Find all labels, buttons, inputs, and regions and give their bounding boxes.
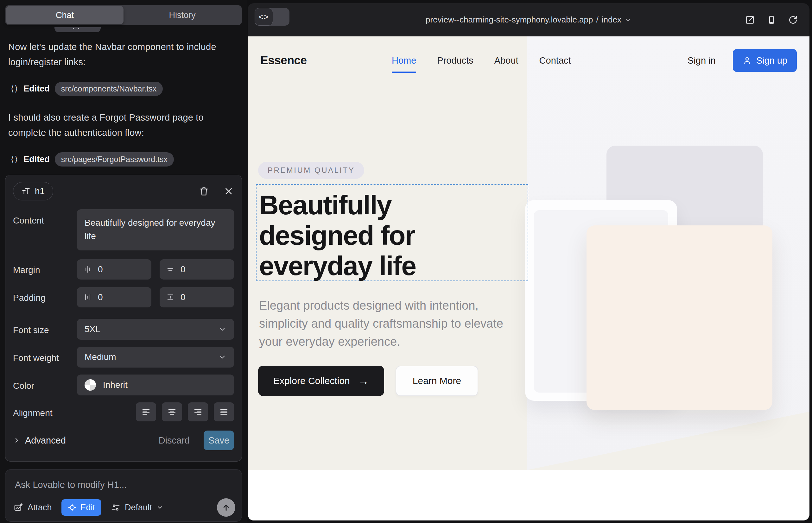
discard-button[interactable]: Discard — [159, 435, 190, 446]
edit-mode-button[interactable]: Edit — [61, 499, 102, 516]
nav-link-about[interactable]: About — [494, 55, 518, 66]
content-label: Content — [13, 216, 44, 226]
color-label: Color — [13, 381, 34, 391]
content-input[interactable]: Beautifully designed for everyday life — [77, 209, 234, 250]
hero-heading[interactable]: Beautifully designed for everyday life — [259, 190, 493, 281]
edited-file-row: ⟨⟩ Edited src/components/Navbar.tsx — [11, 82, 239, 96]
url-page: index — [602, 15, 621, 25]
file-chip[interactable]: src/components/Navbar.tsx — [55, 82, 163, 96]
padding-label: Padding — [13, 293, 46, 303]
explore-collection-button[interactable]: Explore Collection → — [258, 366, 384, 396]
element-editor-panel: h1 Content Beautif — [5, 175, 242, 462]
url-separator: / — [596, 15, 599, 25]
file-chip[interactable]: src/pages/ForgotPassword.tsx — [55, 152, 174, 166]
url-host: preview--charming-site-symphony.lovable.… — [426, 15, 593, 25]
code-toggle-icon: <> — [254, 8, 273, 26]
align-right-icon — [193, 407, 203, 417]
close-icon — [223, 186, 234, 197]
smartphone-icon — [766, 15, 777, 25]
decor-card-cream — [586, 226, 772, 410]
align-right-button[interactable] — [188, 402, 208, 421]
trash-icon — [198, 186, 209, 197]
padding-y-icon — [166, 293, 175, 302]
align-center-button[interactable] — [162, 402, 182, 421]
font-size-select[interactable]: 5XL — [77, 319, 234, 340]
element-tag-label: h1 — [35, 186, 45, 196]
chat-sidebar: Chat History Now let's update the Navbar… — [0, 0, 247, 523]
site-logo[interactable]: Essence — [260, 54, 307, 67]
sliders-icon — [111, 503, 120, 512]
nav-link-products[interactable]: Products — [437, 55, 473, 66]
alignment-label: Alignment — [13, 408, 53, 418]
refresh-icon — [788, 15, 798, 25]
composer-placeholder[interactable]: Ask Lovable to modify H1... — [15, 480, 127, 490]
align-justify-button[interactable] — [214, 402, 234, 421]
chat-composer[interactable]: Ask Lovable to modify H1... Attach Edit — [5, 469, 242, 522]
margin-x-icon — [83, 265, 92, 274]
refresh-button[interactable] — [788, 15, 798, 25]
arrow-right-icon: → — [358, 375, 369, 387]
url-bar[interactable]: preview--charming-site-symphony.lovable.… — [426, 15, 632, 25]
section-below-hero — [248, 470, 810, 521]
assistant-message: I should also create a Forgot Password p… — [8, 110, 239, 140]
nav-link-contact[interactable]: Contact — [539, 55, 571, 66]
edited-label: Edited — [23, 155, 50, 164]
preview-window: <> preview--charming-site-symphony.lovab… — [248, 3, 810, 521]
user-icon — [742, 56, 752, 65]
open-external-button[interactable] — [745, 15, 755, 25]
advanced-toggle[interactable]: Advanced — [13, 435, 66, 446]
margin-y-input[interactable]: 0 — [160, 259, 234, 279]
hero-paragraph: Elegant products designed with intention… — [259, 296, 519, 351]
sign-in-link[interactable]: Sign in — [688, 55, 716, 66]
lovable-app: Chat History Now let's update the Navbar… — [0, 0, 812, 523]
font-size-label: Font size — [13, 325, 49, 335]
chat-history-tabs: Chat History — [5, 5, 242, 25]
preview-pane: <> preview--charming-site-symphony.lovab… — [247, 0, 812, 523]
font-weight-select[interactable]: Medium — [77, 347, 234, 367]
code-view-toggle[interactable]: <> — [254, 8, 289, 26]
mobile-view-button[interactable] — [766, 15, 777, 25]
editor-panel-header: h1 — [13, 181, 234, 201]
image-plus-icon — [14, 503, 23, 512]
align-justify-icon — [219, 407, 229, 417]
code-icon: ⟨⟩ — [11, 155, 18, 164]
padding-x-icon — [83, 293, 92, 302]
send-button[interactable] — [217, 498, 235, 517]
element-tag-pill[interactable]: h1 — [13, 182, 53, 200]
tab-chat[interactable]: Chat — [6, 6, 124, 24]
site-navbar: Essence Home Products About Contact Sign… — [248, 36, 810, 85]
site-preview: Essence Home Products About Contact Sign… — [248, 36, 810, 521]
save-button[interactable]: Save — [204, 431, 234, 450]
padding-x-input[interactable]: 0 — [77, 287, 152, 307]
premium-quality-badge: PREMIUM QUALITY — [258, 162, 364, 179]
color-swatch — [85, 379, 96, 391]
scrolled-chip-remnant — [54, 27, 101, 32]
learn-more-button[interactable]: Learn More — [395, 366, 478, 396]
padding-y-input[interactable]: 0 — [160, 287, 234, 307]
attach-button[interactable]: Attach — [14, 503, 52, 512]
target-icon — [68, 503, 77, 512]
chat-messages: Now let's update the Navbar component to… — [0, 25, 247, 175]
align-center-icon — [167, 407, 177, 417]
font-weight-label: Font weight — [13, 353, 59, 363]
arrow-up-icon — [222, 503, 231, 512]
text-type-icon — [21, 187, 30, 196]
margin-x-input[interactable]: 0 — [77, 259, 152, 279]
sign-up-button[interactable]: Sign up — [733, 49, 797, 72]
color-select[interactable]: Inherit — [77, 375, 234, 395]
close-editor-button[interactable] — [223, 186, 234, 197]
code-icon: ⟨⟩ — [11, 84, 18, 94]
chevron-down-icon — [624, 16, 632, 23]
model-default-dropdown[interactable]: Default — [111, 503, 163, 512]
chevron-down-icon — [218, 325, 226, 333]
preview-toolbar: <> preview--charming-site-symphony.lovab… — [248, 3, 810, 36]
edited-label: Edited — [23, 84, 50, 94]
align-left-button[interactable] — [136, 402, 156, 421]
assistant-message: Now let's update the Navbar component to… — [8, 39, 239, 70]
tab-history[interactable]: History — [124, 6, 241, 24]
edited-file-row: ⟨⟩ Edited src/pages/ForgotPassword.tsx — [11, 152, 239, 166]
nav-link-home[interactable]: Home — [392, 55, 416, 66]
external-link-icon — [745, 15, 755, 25]
margin-y-icon — [166, 265, 175, 274]
delete-element-button[interactable] — [198, 186, 209, 197]
